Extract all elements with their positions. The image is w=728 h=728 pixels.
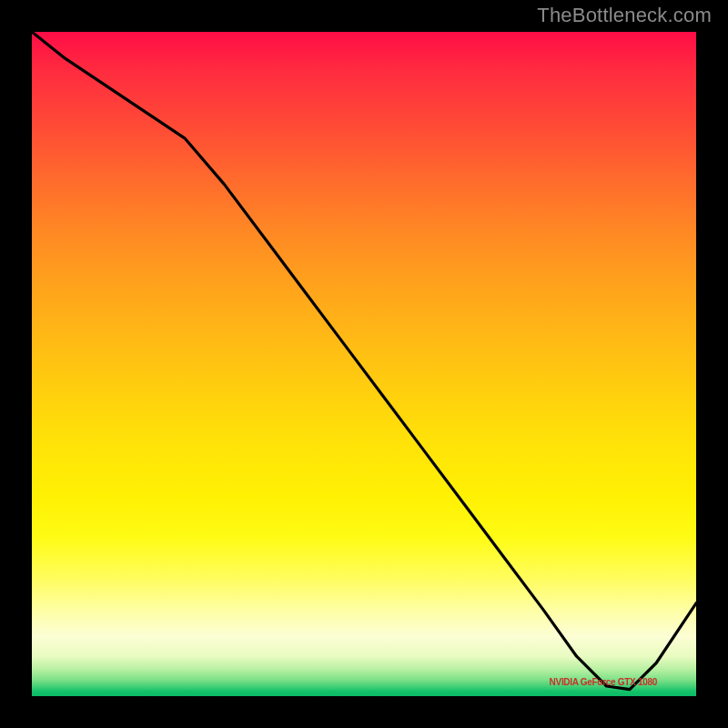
chart-frame: TheBottleneck.com NVIDIA GeForce GTX 108… bbox=[0, 0, 728, 728]
line-series-svg bbox=[32, 32, 696, 696]
watermark-label: TheBottleneck.com bbox=[537, 4, 712, 27]
gpu-annotation: NVIDIA GeForce GTX 1080 bbox=[550, 677, 657, 687]
plot-area: NVIDIA GeForce GTX 1080 bbox=[32, 32, 696, 696]
bottleneck-curve-path bbox=[32, 32, 696, 690]
